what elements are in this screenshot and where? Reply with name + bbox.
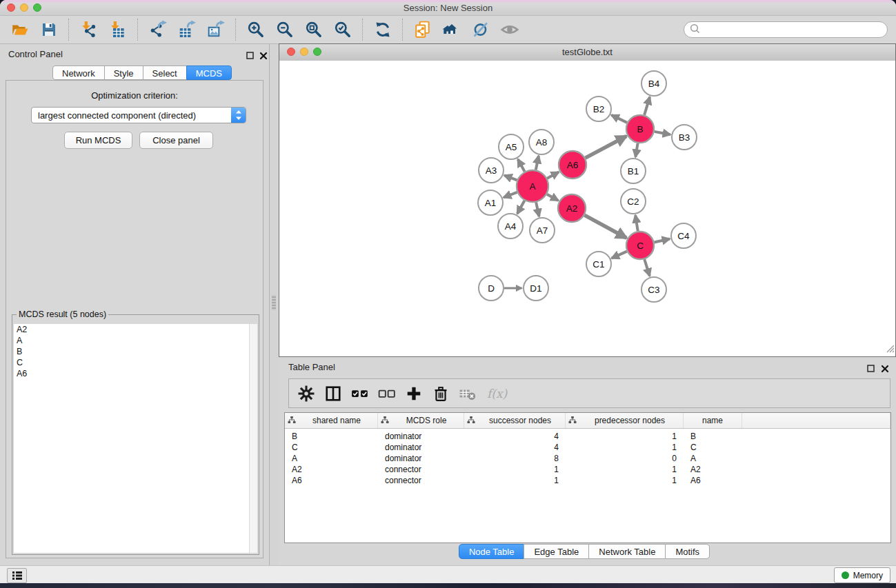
show-graphics-details-icon[interactable] bbox=[498, 19, 521, 41]
hide-graphics-details-icon[interactable] bbox=[469, 19, 492, 41]
network-node-D1[interactable]: D1 bbox=[524, 276, 548, 301]
tab-network[interactable]: Network bbox=[52, 65, 105, 80]
window-resize-grip[interactable] bbox=[885, 343, 895, 356]
network-edge-C-C2[interactable] bbox=[635, 215, 638, 231]
network-node-B2[interactable]: B2 bbox=[586, 97, 611, 121]
column-header-shared-name[interactable]: shared name bbox=[285, 413, 378, 428]
network-node-D[interactable]: D bbox=[479, 276, 504, 301]
network-node-A2[interactable]: A2 bbox=[558, 194, 586, 222]
network-node-C2[interactable]: C2 bbox=[621, 189, 646, 214]
network-node-A4[interactable]: A4 bbox=[498, 214, 523, 239]
table-row[interactable]: Bdominator41B bbox=[285, 431, 890, 442]
tab-mcds[interactable]: MCDS bbox=[186, 65, 232, 80]
mcds-result-item[interactable]: C bbox=[14, 357, 257, 368]
open-file-icon[interactable] bbox=[8, 19, 32, 41]
float-table-panel-icon[interactable] bbox=[867, 363, 875, 372]
close-panel-icon[interactable] bbox=[259, 50, 268, 59]
network-node-C4[interactable]: C4 bbox=[671, 223, 696, 248]
tab-node-table[interactable]: Node Table bbox=[459, 544, 525, 559]
close-table-panel-icon[interactable] bbox=[881, 363, 889, 372]
export-table-icon[interactable] bbox=[175, 19, 199, 41]
table-row[interactable]: A6connector11A6 bbox=[285, 475, 890, 486]
network-node-A7[interactable]: A7 bbox=[530, 218, 555, 243]
table-row[interactable]: Cdominator41C bbox=[285, 442, 890, 453]
close-panel-button[interactable]: Close panel bbox=[139, 132, 213, 149]
network-edge-B-B1[interactable] bbox=[635, 143, 637, 157]
unselect-all-columns-icon[interactable] bbox=[377, 383, 397, 404]
vertical-splitter-grip[interactable] bbox=[272, 295, 276, 310]
network-node-A5[interactable]: A5 bbox=[499, 134, 524, 159]
network-node-C[interactable]: C bbox=[626, 232, 654, 259]
export-image-icon[interactable] bbox=[204, 19, 228, 41]
mcds-result-item[interactable]: A bbox=[14, 335, 257, 346]
network-edge-A-A1[interactable] bbox=[504, 192, 517, 198]
tab-network-table[interactable]: Network Table bbox=[588, 544, 666, 559]
column-header-predecessor-nodes[interactable]: predecessor nodes bbox=[566, 413, 684, 428]
export-network-icon[interactable] bbox=[146, 19, 170, 41]
network-node-A1[interactable]: A1 bbox=[478, 190, 503, 215]
network-edge-B-B3[interactable] bbox=[655, 132, 670, 134]
column-header-successor-nodes[interactable]: successor nodes bbox=[464, 413, 566, 428]
network-edge-A-A2[interactable] bbox=[547, 194, 558, 201]
tab-style[interactable]: Style bbox=[104, 65, 143, 80]
network-canvas[interactable]: B4B2BB3A5A8A6A3B1AA1C2A2A4A7C4CC1DD1C3 bbox=[279, 61, 895, 356]
toggle-panel-layout-icon[interactable] bbox=[323, 383, 344, 404]
table-row[interactable]: Adominator80A bbox=[285, 453, 890, 464]
zoom-selected-icon[interactable] bbox=[331, 19, 355, 41]
create-column-icon[interactable] bbox=[404, 383, 424, 404]
network-edge-A-A5[interactable] bbox=[518, 159, 525, 172]
tab-motifs[interactable]: Motifs bbox=[665, 544, 710, 559]
float-panel-icon[interactable] bbox=[246, 50, 255, 59]
delete-columns-icon[interactable] bbox=[430, 383, 451, 404]
refresh-icon[interactable] bbox=[371, 19, 395, 41]
network-edge-B-B2[interactable] bbox=[611, 115, 627, 123]
import-network-icon[interactable] bbox=[77, 19, 101, 41]
zoom-out-icon[interactable] bbox=[273, 19, 297, 41]
zoom-in-icon[interactable] bbox=[244, 19, 268, 41]
network-edge-A-A6[interactable] bbox=[547, 172, 559, 179]
search-box[interactable] bbox=[684, 21, 888, 38]
home-view-icon[interactable] bbox=[440, 19, 464, 41]
optimization-criterion-select[interactable]: largest connected component (directed) bbox=[31, 107, 246, 123]
network-node-A6[interactable]: A6 bbox=[559, 151, 586, 179]
tab-select[interactable]: Select bbox=[143, 65, 187, 80]
mcds-list-scrollbar[interactable] bbox=[249, 324, 257, 553]
network-edge-C-C1[interactable] bbox=[612, 252, 627, 258]
network-edge-A2-C[interactable] bbox=[584, 215, 626, 238]
network-edge-A-A3[interactable] bbox=[504, 175, 517, 180]
tab-edge-table[interactable]: Edge Table bbox=[524, 544, 589, 559]
save-session-icon[interactable] bbox=[37, 19, 61, 41]
mcds-result-item[interactable]: B bbox=[14, 346, 257, 357]
duplicate-network-icon[interactable] bbox=[411, 19, 435, 41]
network-edge-C-C4[interactable] bbox=[654, 239, 669, 242]
memory-button[interactable]: Memory bbox=[834, 567, 890, 583]
network-edge-B-B4[interactable] bbox=[644, 97, 650, 115]
network-edge-C-C3[interactable] bbox=[644, 259, 650, 276]
network-node-C3[interactable]: C3 bbox=[641, 277, 666, 302]
network-edge-A-A8[interactable] bbox=[536, 156, 539, 170]
run-mcds-button[interactable]: Run MCDS bbox=[64, 132, 132, 149]
import-table-icon[interactable] bbox=[106, 19, 130, 41]
mcds-result-item[interactable]: A6 bbox=[14, 368, 257, 379]
search-input[interactable] bbox=[703, 23, 887, 37]
network-node-B3[interactable]: B3 bbox=[672, 125, 697, 150]
network-edge-A-A4[interactable] bbox=[517, 201, 525, 214]
network-edge-A-A7[interactable] bbox=[536, 202, 539, 216]
network-node-A8[interactable]: A8 bbox=[529, 130, 554, 154]
column-settings-icon[interactable] bbox=[296, 383, 317, 404]
network-node-B[interactable]: B bbox=[626, 115, 654, 143]
task-history-button[interactable] bbox=[7, 568, 27, 583]
table-cell-filler bbox=[742, 453, 890, 464]
network-node-B1[interactable]: B1 bbox=[621, 159, 646, 183]
network-node-B4[interactable]: B4 bbox=[641, 71, 666, 96]
network-node-C1[interactable]: C1 bbox=[586, 252, 611, 276]
column-header-name[interactable]: name bbox=[684, 413, 742, 428]
select-all-columns-icon[interactable] bbox=[350, 383, 370, 404]
mcds-result-item[interactable]: A2 bbox=[14, 324, 257, 335]
table-row[interactable]: A2connector11A2 bbox=[285, 464, 890, 475]
network-node-A[interactable]: A bbox=[517, 170, 548, 202]
network-node-A3[interactable]: A3 bbox=[479, 158, 504, 183]
column-header-MCDS-role[interactable]: MCDS role bbox=[378, 413, 464, 428]
zoom-fit-icon[interactable] bbox=[302, 19, 326, 41]
network-edge-A6-B[interactable] bbox=[586, 136, 627, 159]
